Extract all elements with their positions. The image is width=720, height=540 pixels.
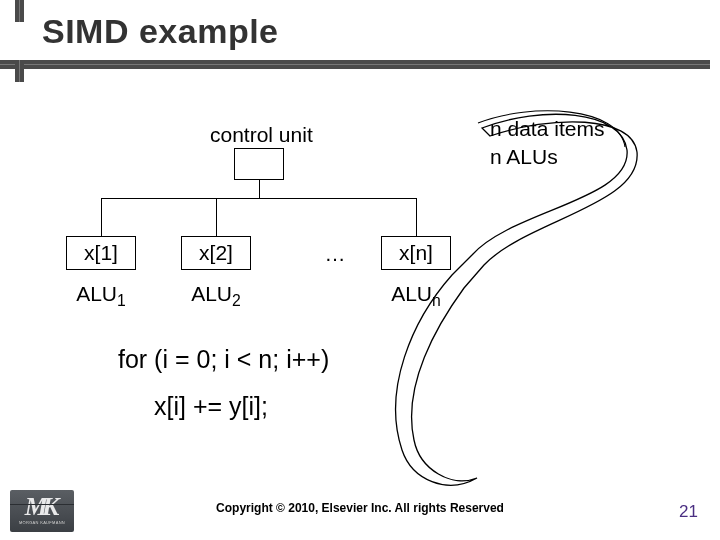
ellipsis: …: [305, 242, 365, 266]
title-accent-bottom: [15, 60, 24, 82]
alu-data-2: x[2]: [199, 241, 233, 265]
title-accent-top: [15, 0, 24, 22]
alu-data-box-2: x[2]: [181, 236, 251, 270]
alu-data-box-n: x[n]: [381, 236, 451, 270]
connector-bus: [101, 198, 416, 199]
alu-label-1: ALU1: [66, 282, 136, 310]
code-block: for (i = 0; i < n; i++) x[i] += y[i];: [118, 345, 329, 421]
slide-title: SIMD example: [42, 12, 279, 51]
alu-label-n: ALUn: [381, 282, 451, 310]
alu-label-2: ALU2: [181, 282, 251, 310]
alu-data-box-1: x[1]: [66, 236, 136, 270]
alu-name-2: ALU: [191, 282, 232, 305]
slide: SIMD example control unit x[1] ALU1 x[2]…: [0, 0, 720, 540]
annotation-line-1: n data items: [490, 115, 604, 143]
alu-name-1: ALU: [76, 282, 117, 305]
alu-sub-1: 1: [117, 292, 126, 309]
alu-data-n: x[n]: [399, 241, 433, 265]
control-unit-label: control unit: [210, 123, 313, 147]
diagram: control unit x[1] ALU1 x[2] ALU2 … x[n]: [0, 90, 720, 480]
connector-alu2: [216, 198, 217, 236]
logo-publisher: MORGAN KAUFMANN: [19, 520, 65, 525]
page-number: 21: [679, 502, 698, 522]
connector-control-down: [259, 180, 260, 198]
logo-letter-k: K: [42, 492, 59, 521]
title-area: SIMD example: [0, 0, 720, 80]
alu-sub-2: 2: [232, 292, 241, 309]
connector-alu1: [101, 198, 102, 236]
annotation-line-2: n ALUs: [490, 143, 604, 171]
publisher-logo: MK MORGAN KAUFMANN: [10, 490, 74, 532]
alu-name-n: ALU: [391, 282, 432, 305]
code-line-2: x[i] += y[i];: [154, 392, 329, 421]
footer-copyright: Copyright © 2010, Elsevier Inc. All righ…: [0, 501, 720, 515]
connector-alun: [416, 198, 417, 236]
control-unit-box: [234, 148, 284, 180]
code-line-1: for (i = 0; i < n; i++): [118, 345, 329, 374]
annotation: n data items n ALUs: [490, 115, 604, 172]
alu-sub-n: n: [432, 292, 441, 309]
title-underline: [0, 60, 710, 69]
alu-data-1: x[1]: [84, 241, 118, 265]
